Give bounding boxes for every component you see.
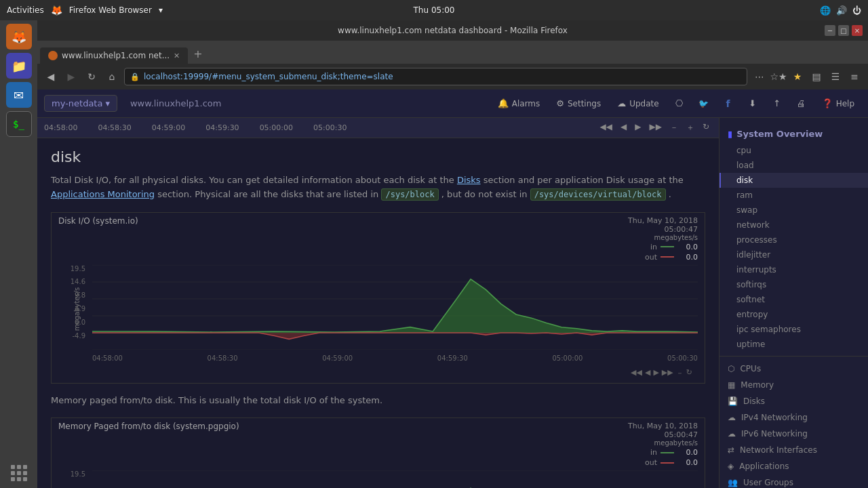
timeline-refresh-btn[interactable]: ↻ bbox=[700, 121, 712, 135]
new-tab-button[interactable]: + bbox=[188, 44, 208, 64]
download-button[interactable]: ⬇ bbox=[742, 93, 764, 115]
chart-1-fwdfwd[interactable]: ▶▶ bbox=[662, 368, 673, 378]
sidebar-category-memory[interactable]: ▦ Memory bbox=[719, 377, 868, 393]
sidebar-category-applications[interactable]: ◈ Applications bbox=[719, 458, 868, 474]
chart-1-prev[interactable]: ◀◀ bbox=[631, 368, 642, 378]
firefox-launcher[interactable]: 🦊 bbox=[6, 24, 32, 49]
reader-mode[interactable]: ☰ bbox=[827, 68, 844, 85]
sidebar-item-softirqs[interactable]: softirqs bbox=[719, 277, 868, 292]
bookmarks-button[interactable]: ☆★ bbox=[770, 68, 787, 85]
in-value: 0.0 bbox=[677, 243, 698, 251]
alarms-button[interactable]: 🔔 Alarms bbox=[491, 95, 547, 112]
tab-close-button[interactable]: ✕ bbox=[174, 52, 180, 60]
disk-section: disk Total Disk I/O, for all physical di… bbox=[37, 138, 719, 488]
section-description: Total Disk I/O, for all physical disks. … bbox=[51, 174, 705, 202]
reload-button[interactable]: ↻ bbox=[83, 68, 100, 85]
activities-menu[interactable]: Activities bbox=[7, 5, 44, 15]
more-button[interactable]: ⋯ bbox=[751, 68, 768, 85]
desc-text-5: . bbox=[669, 189, 671, 199]
sidebar-item-entropy[interactable]: entropy bbox=[719, 307, 868, 322]
timeline-prev-btn[interactable]: ◀◀ bbox=[597, 121, 615, 135]
twitter-button[interactable]: 🐦 bbox=[693, 93, 715, 115]
back-button[interactable]: ◀ bbox=[43, 68, 59, 85]
forward-button[interactable]: ▶ bbox=[63, 68, 79, 85]
sidebar-item-cpu[interactable]: cpu bbox=[719, 143, 868, 158]
sidebar-item-disk[interactable]: disk bbox=[719, 173, 868, 188]
address-input[interactable]: 🔒 localhost:19999/#menu_system_submenu_d… bbox=[124, 68, 747, 85]
sidebar-item-load[interactable]: load bbox=[719, 158, 868, 173]
applications-monitoring-link[interactable]: Applications Monitoring bbox=[51, 189, 155, 199]
disks-category-icon: 💾 bbox=[728, 396, 738, 406]
system-overview-indicator: ▮ bbox=[728, 129, 732, 139]
sidebar-item-processes[interactable]: processes bbox=[719, 232, 868, 247]
browser-menu-arrow[interactable]: ▾ bbox=[159, 5, 163, 15]
chart-1-reset[interactable]: ↻ bbox=[686, 368, 692, 378]
sidebar-category-netinterfaces[interactable]: ⇄ Network Interfaces bbox=[719, 442, 868, 458]
sidebar-item-network[interactable]: network bbox=[719, 218, 868, 232]
sidebar-category-ipv4[interactable]: ☁ IPv4 Networking bbox=[719, 409, 868, 426]
tab-favicon bbox=[48, 51, 58, 60]
chart-header-1: Disk I/O (system.io) Thu, May 10, 2018 0… bbox=[52, 213, 705, 265]
terminal-launcher[interactable]: $_ bbox=[6, 111, 32, 137]
timeline-controls: ◀◀ ◀ ▶ ▶▶ － ＋ ↻ bbox=[597, 121, 712, 135]
timeline-back-btn[interactable]: ◀ bbox=[618, 121, 629, 135]
sidebar-item-softnet[interactable]: softnet bbox=[719, 292, 868, 307]
minimize-button[interactable]: ─ bbox=[825, 25, 835, 36]
sidebar-item-swap[interactable]: swap bbox=[719, 203, 868, 218]
out-line-icon bbox=[660, 256, 674, 258]
timeline-zoom-out-btn[interactable]: － bbox=[667, 121, 681, 135]
update-button[interactable]: ☁ Update bbox=[610, 95, 665, 112]
my-netdata-dropdown[interactable]: my-netdata ▾ bbox=[44, 95, 117, 112]
svg-marker-7 bbox=[92, 279, 698, 332]
print-button[interactable]: 🖨 bbox=[791, 93, 812, 115]
chart-1-zout[interactable]: － bbox=[676, 368, 684, 378]
files-launcher[interactable]: 📁 bbox=[6, 53, 32, 79]
timeline-fwd-btn[interactable]: ▶ bbox=[632, 121, 644, 135]
sidebar-item-idlejitter[interactable]: idlejitter bbox=[719, 247, 868, 262]
chart-1-legend: megabytes/s in 0.0 out 0.0 bbox=[628, 234, 698, 262]
chart-1-controls: ◀◀ ◀ ▶ ▶▶ － ↻ bbox=[625, 367, 698, 380]
sidebar-category-usergroups[interactable]: 👥 User Groups bbox=[719, 474, 868, 488]
menu-button[interactable]: ≡ bbox=[846, 68, 863, 85]
alarm-icon: 🔔 bbox=[498, 98, 509, 108]
facebook-button[interactable]: f bbox=[717, 93, 739, 115]
power-tray-icon: ⏻ bbox=[852, 5, 861, 16]
settings-button[interactable]: ⚙ Settings bbox=[549, 95, 608, 112]
sidebar-category-cpus[interactable]: ⬡ CPUs bbox=[719, 361, 868, 377]
disks-link[interactable]: Disks bbox=[457, 175, 481, 185]
chart-2-y-axis: 19.514.69.84.90.0 bbox=[58, 470, 85, 488]
desc-text-3: section. Physical are all the disks that… bbox=[157, 189, 381, 199]
sidebar-toggle[interactable]: ▤ bbox=[808, 68, 825, 85]
app-grid[interactable] bbox=[11, 465, 27, 481]
sidebar-item-uptime[interactable]: uptime bbox=[719, 337, 868, 352]
close-button[interactable]: ✕ bbox=[852, 25, 863, 36]
in-label: in bbox=[650, 243, 657, 251]
sidebar-category-ipv6[interactable]: ☁ IPv6 Networking bbox=[719, 426, 868, 442]
browser-tab[interactable]: www.linuxhelp1.com net... ✕ bbox=[40, 47, 188, 64]
sidebar-item-ram[interactable]: ram bbox=[719, 188, 868, 203]
sidebar-category-disks[interactable]: 💾 Disks bbox=[719, 393, 868, 409]
github-button[interactable]: ⎔ bbox=[669, 93, 690, 115]
out2-label: out bbox=[645, 458, 657, 467]
help-button[interactable]: ❓ Help bbox=[815, 95, 861, 112]
chart-1-fwd[interactable]: ▶ bbox=[653, 368, 658, 378]
memory-paged-chart: Memory Paged from/to disk (system.pgpgio… bbox=[51, 418, 705, 488]
netdata-navbar: my-netdata ▾ www.linuxhelp1.com 🔔 Alarms… bbox=[37, 89, 868, 118]
maximize-button[interactable]: □ bbox=[838, 25, 849, 36]
sidebar-item-ipc-semaphores[interactable]: ipc semaphores bbox=[719, 322, 868, 337]
sidebar-item-interrupts[interactable]: interrupts bbox=[719, 262, 868, 277]
ipv4-label: IPv4 Networking bbox=[741, 413, 808, 422]
timeline-zoom-in-btn[interactable]: ＋ bbox=[684, 121, 697, 135]
home-button[interactable]: ⌂ bbox=[104, 68, 120, 85]
mail-launcher[interactable]: ✉ bbox=[6, 82, 32, 108]
timeline-fwdfwd-btn[interactable]: ▶▶ bbox=[646, 121, 664, 135]
star-button[interactable]: ★ bbox=[789, 68, 806, 85]
chart-1-y-axis: 19.514.69.84.90.0-4.9 bbox=[58, 265, 85, 340]
export-button[interactable]: ↑ bbox=[766, 93, 788, 115]
chart-1-back[interactable]: ◀ bbox=[645, 368, 650, 378]
help-icon: ❓ bbox=[822, 98, 833, 108]
browser-menu[interactable]: Firefox Web Browser bbox=[69, 5, 152, 15]
system-overview-header[interactable]: ▮ System Overview bbox=[719, 125, 868, 143]
window-controls: ─ □ ✕ bbox=[825, 25, 863, 36]
in2-line-icon bbox=[660, 452, 674, 453]
